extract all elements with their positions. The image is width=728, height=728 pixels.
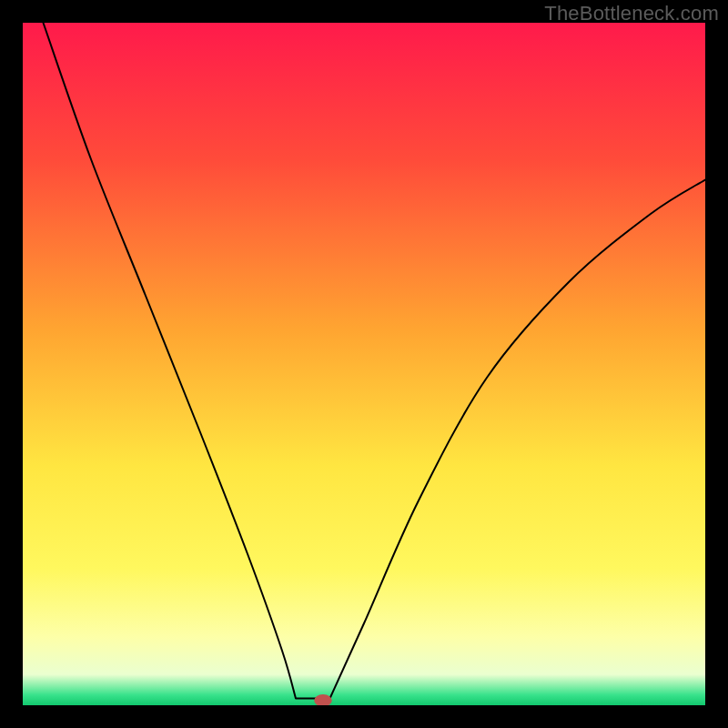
chart-frame: TheBottleneck.com xyxy=(0,0,728,728)
gradient-background xyxy=(23,23,705,705)
bottleneck-chart xyxy=(23,23,705,705)
